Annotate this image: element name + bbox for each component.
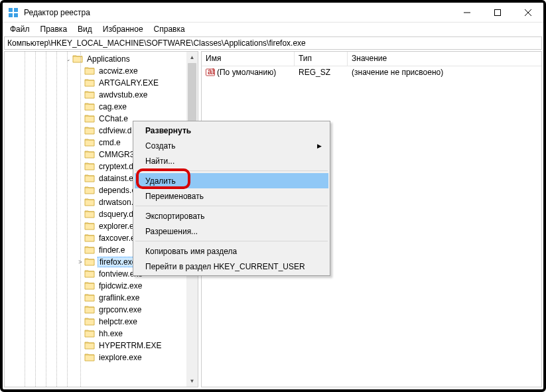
tree-label: faxcover.e bbox=[98, 233, 137, 243]
menubar: Файл Правка Вид Избранное Справка bbox=[3, 23, 543, 36]
menu-view[interactable]: Вид bbox=[73, 24, 97, 34]
cm-delete[interactable]: Удалить bbox=[135, 173, 328, 188]
titlebar: Редактор реестра bbox=[3, 3, 543, 23]
collapse-icon[interactable]: ⌄ bbox=[64, 56, 72, 62]
tree-item[interactable]: grpconv.exe bbox=[5, 304, 198, 316]
tree-label: HYPERTRM.EXE bbox=[98, 341, 163, 350]
menu-help[interactable]: Справка bbox=[149, 24, 190, 34]
address-bar[interactable]: Компьютер\HKEY_LOCAL_MACHINE\SOFTWARE\Cl… bbox=[4, 36, 542, 50]
tree-item-parent[interactable]: ⌄ Applications bbox=[5, 53, 198, 65]
cm-find[interactable]: Найти... bbox=[135, 153, 328, 168]
svg-text:ab: ab bbox=[208, 68, 215, 76]
cm-permissions[interactable]: Разрешения... bbox=[135, 224, 328, 239]
tree-label: fpidcwiz.exe bbox=[98, 281, 143, 291]
cm-rename[interactable]: Переименовать bbox=[135, 188, 328, 204]
context-menu: Развернуть Создать▶ Найти... Удалить Пер… bbox=[133, 121, 330, 276]
tree-label: helpctr.exe bbox=[98, 317, 139, 326]
value-name: (По умолчанию) bbox=[217, 68, 276, 77]
registry-editor-window: Редактор реестра Файл Правка Вид Избранн… bbox=[0, 0, 546, 392]
menu-edit[interactable]: Правка bbox=[36, 24, 72, 34]
svg-rect-0 bbox=[9, 8, 13, 12]
maximize-button[interactable] bbox=[482, 3, 513, 23]
tree-label: cag.exe bbox=[98, 102, 128, 111]
chevron-right-icon: ▶ bbox=[317, 143, 322, 149]
tree-label: accwiz.exe bbox=[98, 66, 139, 76]
tree-label: hh.exe bbox=[98, 329, 124, 338]
svg-rect-1 bbox=[14, 8, 18, 12]
tree-item[interactable]: HYPERTRM.EXE bbox=[5, 340, 198, 352]
tree-item[interactable]: cag.exe bbox=[5, 101, 198, 113]
col-type[interactable]: Тип bbox=[295, 52, 348, 66]
address-text: Компьютер\HKEY_LOCAL_MACHINE\SOFTWARE\Cl… bbox=[7, 38, 306, 48]
tree-label: CChat.e bbox=[98, 114, 129, 123]
tree-label: dsquery.d bbox=[98, 210, 135, 219]
tree-label: grpconv.exe bbox=[98, 305, 143, 314]
tree-item[interactable]: accwiz.exe bbox=[5, 65, 198, 77]
tree-label: iexplore.exe bbox=[98, 353, 143, 362]
tree-label: datainst.e bbox=[98, 174, 135, 183]
minimize-button[interactable] bbox=[452, 3, 482, 23]
tree-label: Applications bbox=[86, 54, 131, 64]
close-button[interactable] bbox=[513, 3, 543, 23]
value-data: (значение не присвоено) bbox=[352, 68, 443, 77]
cm-export[interactable]: Экспортировать bbox=[135, 208, 328, 224]
value-type: REG_SZ bbox=[299, 68, 330, 77]
string-value-icon: ab bbox=[206, 68, 215, 77]
window-title: Редактор реестра bbox=[24, 8, 452, 17]
svg-rect-2 bbox=[9, 13, 13, 17]
tree-item[interactable]: awdvstub.exe bbox=[5, 89, 198, 101]
svg-rect-3 bbox=[14, 13, 18, 17]
separator bbox=[135, 170, 328, 171]
tree-label: cryptext.d bbox=[98, 162, 135, 171]
menu-favorites[interactable]: Избранное bbox=[98, 24, 148, 34]
tree-item[interactable]: iexplore.exe bbox=[5, 352, 198, 363]
scroll-up-button[interactable]: ▲ bbox=[186, 52, 198, 63]
menu-file[interactable]: Файл bbox=[5, 24, 34, 34]
scroll-thumb[interactable] bbox=[188, 63, 196, 123]
tree-label: cdfview.d bbox=[98, 126, 133, 135]
tree-item[interactable]: graflink.exe bbox=[5, 292, 198, 304]
cm-create[interactable]: Создать▶ bbox=[135, 138, 328, 153]
tree-item[interactable]: hh.exe bbox=[5, 328, 198, 340]
svg-rect-5 bbox=[495, 9, 501, 15]
list-header: Имя Тип Значение bbox=[202, 52, 541, 66]
separator bbox=[135, 206, 328, 206]
tree-item[interactable]: ARTGALRY.EXE bbox=[5, 77, 198, 89]
tree-label: explorer.e bbox=[98, 222, 135, 231]
app-icon bbox=[8, 7, 19, 18]
tree-label: ARTGALRY.EXE bbox=[98, 78, 160, 88]
separator bbox=[135, 241, 328, 241]
col-name[interactable]: Имя bbox=[202, 52, 295, 66]
cm-goto[interactable]: Перейти в раздел HKEY_CURRENT_USER bbox=[135, 259, 328, 274]
tree-item[interactable]: fpidcwiz.exe bbox=[5, 280, 198, 292]
tree-label: awdvstub.exe bbox=[98, 90, 149, 99]
scroll-down-button[interactable]: ▼ bbox=[186, 375, 198, 387]
cm-expand[interactable]: Развернуть bbox=[135, 123, 328, 138]
tree-item[interactable]: helpctr.exe bbox=[5, 316, 198, 328]
cm-copy-name[interactable]: Копировать имя раздела bbox=[135, 243, 328, 259]
list-item[interactable]: ab (По умолчанию) REG_SZ (значение не пр… bbox=[202, 66, 541, 78]
col-value[interactable]: Значение bbox=[348, 52, 541, 66]
tree-label: finder.e bbox=[98, 245, 126, 255]
tree-label: graflink.exe bbox=[98, 293, 141, 302]
tree-label: cmd.e bbox=[98, 138, 122, 147]
tree-label: depends.e bbox=[98, 186, 137, 195]
